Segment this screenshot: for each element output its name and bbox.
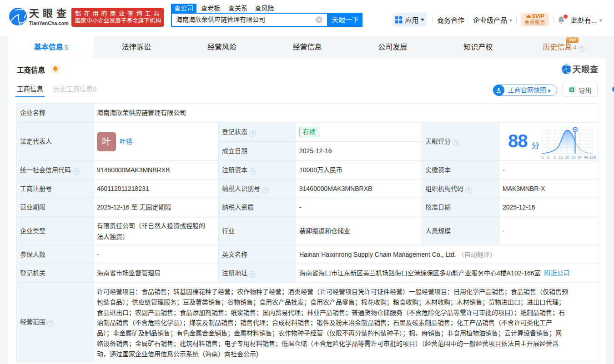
svg-text:99: 99 (584, 155, 589, 160)
svg-text:97: 97 (578, 155, 582, 160)
svg-text:0: 0 (542, 155, 544, 160)
svg-text:1: 1 (547, 155, 549, 160)
svg-text:100: 100 (589, 155, 596, 160)
svg-text:50: 50 (565, 155, 569, 160)
svg-text:15: 15 (559, 155, 563, 160)
svg-text:85: 85 (571, 155, 576, 160)
svg-text:3: 3 (554, 155, 556, 160)
